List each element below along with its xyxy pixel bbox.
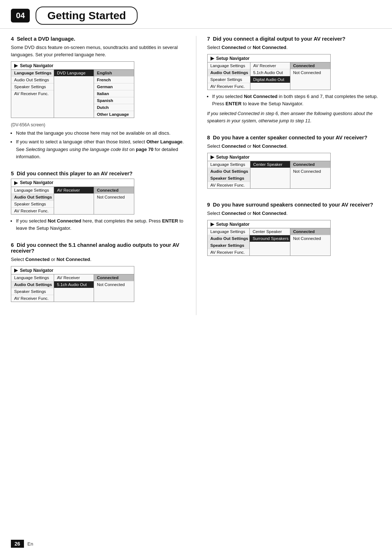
setup-nav-icon-6: ▶ [14,268,18,273]
section-9-subtitle: Select Connected or Not Connected. [207,210,381,217]
right-column: 7 Did you connect a digital output to yo… [196,36,381,315]
setup-box-9: ▶ Setup Navigator Language Settings Audi… [207,220,331,256]
setup-box-9-body: Language Settings Audio Out Settings Spe… [208,228,330,256]
setup-col-5-2: AV Receiver [54,187,94,214]
section-6-subtitle: Select Connected or Not Connected. [11,256,185,263]
setup-col-8-3: Connected Not Connected [290,161,330,188]
setup-box-4: ▶ Setup Navigator Language Settings Audi… [11,61,134,118]
setup-cell-english: English [94,70,134,77]
setup-cell-audio-5: Audio Out Settings [11,194,54,201]
setup-cell-avr-func-9: AV Receiver Func. [208,249,249,256]
section-6-title: 6 Did you connect the 5.1 channel analog… [11,242,185,254]
setup-cell-notconn-5: Not Connected [94,194,134,200]
setup-box-6: ▶ Setup Navigator Language Settings Audi… [11,266,134,302]
section-7-title: 7 Did you connect a digital output to yo… [207,36,381,42]
page-footer: 26 En [11,540,33,548]
setup-cell-lang-8: Language Settings [208,161,250,168]
setup-box-7-body: Language Settings Audio Out Settings Spe… [208,62,330,90]
bullet-list-4: Note that the language you choose here m… [16,130,185,160]
setup-cell-connected-7: Connected [290,62,330,69]
setup-cell-digital-7: Digital Audio Out [250,76,290,83]
setup-cell-center-8: Center Speaker [250,161,290,168]
setup-cell-spanish: Spanish [94,97,134,104]
bullet-5-1: If you selected Not Connected here, that… [16,217,185,232]
setup-nav-label-8: Setup Navigator [216,155,250,160]
setup-cell-audio-out-4: Audio Out Settings [11,77,54,83]
bullet-4-2: If you want to select a language other t… [16,138,185,160]
bullet-list-7: If you selected Not Connected in both st… [212,93,381,107]
setup-cell-lang-7: Language Settings [208,62,250,69]
bullet-7-1: If you selected Not Connected in both st… [212,93,381,107]
setup-cell-notconn-9: Not Connected [290,235,330,242]
setup-col-6-3: Connected Not Connected [94,274,134,302]
setup-col-9-2: Center Speaker Surround Speakers [250,228,290,256]
setup-col-9-1: Language Settings Audio Out Settings Spe… [208,228,250,256]
section-6: 6 Did you connect the 5.1 channel analog… [11,242,185,305]
section-4-body: Some DVD discs feature on-screen menus, … [11,44,185,58]
setup-col-8-1: Language Settings Audio Out Settings Spe… [208,161,250,188]
setup-cell-connected-5: Connected [94,187,134,194]
setup-cell-avr-func-8: AV Receiver Func. [208,182,250,188]
setup-col-9-3: Connected Not Connected [290,228,330,256]
setup-cell-dvd-lang: DVD Language [54,70,94,76]
setup-col-8-2: Center Speaker [250,161,290,188]
setup-cell-lang-6: Language Settings [11,274,54,281]
setup-box-8: ▶ Setup Navigator Language Settings Audi… [207,153,331,189]
setup-cell-avr-5: AV Receiver Func. [11,208,54,214]
page-header: 04 Getting Started [0,0,392,29]
setup-cell-notconn-8: Not Connected [290,168,330,175]
setup-cell-avr-7-2: AV Receiver [250,62,290,69]
setup-box-8-body: Language Settings Audio Out Settings Spe… [208,161,330,188]
setup-cell-avr-func-7: AV Receiver Func. [208,83,250,90]
setup-cell-surround-9: Surround Speakers [250,235,290,242]
setup-cell-audio-6: Audio Out Settings [11,281,54,288]
setup-cell-dutch: Dutch [94,104,134,111]
section-8-title: 8 Do you have a center speaker connected… [207,135,381,140]
setup-col-4-1: Language Settings Audio Out Settings Spe… [11,70,54,118]
setup-box-6-body: Language Settings Audio Out Settings Spe… [11,274,134,302]
italic-note-7: If you selected Connected in step 6, the… [207,110,381,125]
setup-cell-lang-settings-4: Language Settings [11,70,54,77]
setup-cell-audio-7: Audio Out Settings [208,69,250,76]
setup-cell-speaker-6: Speaker Settings [11,288,54,295]
setup-nav-icon-7: ▶ [211,56,214,61]
setup-cell-speaker-7: Speaker Settings [208,76,250,83]
section-4-num: 4 [11,36,17,42]
left-column: 4 Select a DVD language. Some DVD discs … [11,36,196,315]
setup-cell-other-lang: Other Language [94,111,134,118]
setup-box-6-header: ▶ Setup Navigator [11,266,134,274]
setup-col-7-2: AV Receiver 5.1ch Audio Out Digital Audi… [250,62,290,90]
setup-cell-speaker-8: Speaker Settings [208,175,250,182]
section-9: 9 Do you have surround speakers connecte… [207,202,381,259]
setup-nav-icon-9: ▶ [211,221,214,227]
page-lang: En [28,541,33,547]
setup-box-5-body: Language Settings Audio Out Settings Spe… [11,187,134,214]
screen-label-4: (DV-656A screen) [11,122,185,127]
setup-col-5-3: Connected Not Connected [94,187,134,214]
setup-nav-icon-5: ▶ [14,180,18,185]
setup-box-5-header: ▶ Setup Navigator [11,179,134,187]
setup-cell-notconn-7: Not Connected [290,69,330,76]
setup-cell-french: French [94,77,134,83]
setup-box-7: ▶ Setup Navigator Language Settings Audi… [207,54,331,90]
section-8: 8 Do you have a center speaker connected… [207,135,381,192]
setup-cell-german: German [94,83,134,90]
setup-col-7-3: Connected Not Connected [290,62,330,90]
setup-col-6-2: AV Receiver 5.1ch Audio Out [54,274,94,302]
setup-cell-avr-6: AV Receiver Func. [11,295,54,302]
setup-cell-avr-sel-5: AV Receiver [54,187,94,193]
setup-cell-audio-8: Audio Out Settings [208,168,250,175]
setup-nav-label-9: Setup Navigator [216,222,250,227]
setup-cell-speaker-4: Speaker Settings [11,83,54,90]
main-content: 4 Select a DVD language. Some DVD discs … [0,36,392,315]
setup-cell-connected-8: Connected [290,161,330,168]
setup-col-4-2: DVD Language [54,70,94,118]
setup-cell-av-4: AV Receiver Func. [11,90,54,97]
setup-box-4-header: ▶ Setup Navigator [11,62,134,70]
setup-cell-51ch-7: 5.1ch Audio Out [250,69,290,76]
setup-col-5-1: Language Settings Audio Out Settings Spe… [11,187,54,214]
bullet-4-1: Note that the language you choose here m… [16,130,185,137]
setup-cell-italian: Italian [94,90,134,97]
setup-box-7-header: ▶ Setup Navigator [208,54,330,62]
setup-nav-icon-4: ▶ [14,63,18,68]
